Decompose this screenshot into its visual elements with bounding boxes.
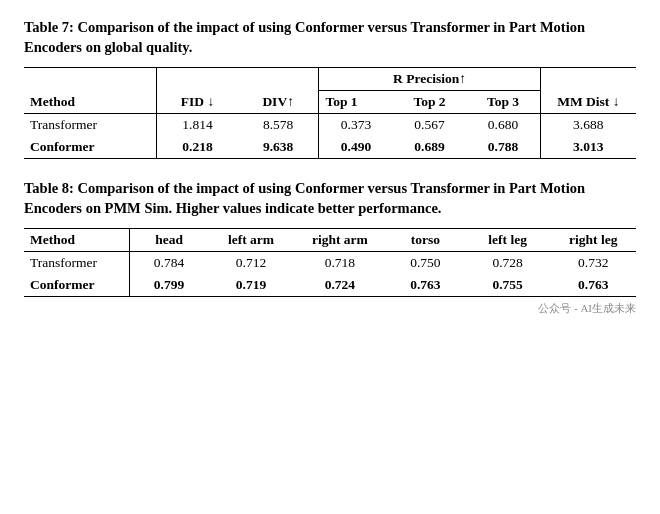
cell-right-leg: 0.763 [550,274,636,297]
cell-method: Conformer [24,136,157,159]
col-left-arm: left arm [208,229,294,252]
cell-top1: 0.490 [319,136,393,159]
table7-title: Table 7: Comparison of the impact of usi… [24,18,636,57]
col-top3: Top 3 [466,91,540,114]
cell-left-arm: 0.712 [208,252,294,275]
cell-torso: 0.750 [386,252,465,275]
table-row: Transformer 1.814 8.578 0.373 0.567 0.68… [24,114,636,137]
col-right-leg: right leg [550,229,636,252]
cell-top1: 0.373 [319,114,393,137]
cell-top2: 0.567 [393,114,467,137]
cell-mmdist: 3.688 [540,114,636,137]
cell-top3: 0.680 [466,114,540,137]
col-fid: FID ↓ [157,68,238,114]
watermark: 公众号 - AI生成未来 [24,301,636,316]
table8: Method head left arm right arm torso lef… [24,228,636,297]
col-left-leg: left leg [465,229,551,252]
table7: Method FID ↓ DIV↑ R Precision↑ MM Dist ↓… [24,67,636,159]
cell-head: 0.784 [129,252,208,275]
cell-right-arm: 0.724 [294,274,386,297]
cell-fid: 1.814 [157,114,238,137]
cell-top2: 0.689 [393,136,467,159]
cell-div: 8.578 [238,114,319,137]
cell-fid: 0.218 [157,136,238,159]
cell-left-arm: 0.719 [208,274,294,297]
cell-head: 0.799 [129,274,208,297]
col-right-arm: right arm [294,229,386,252]
cell-div: 9.638 [238,136,319,159]
table8-section: Table 8: Comparison of the impact of usi… [24,179,636,316]
col-top1: Top 1 [319,91,393,114]
col-method: Method [24,229,129,252]
table-row: Conformer 0.218 9.638 0.490 0.689 0.788 … [24,136,636,159]
cell-method: Transformer [24,252,129,275]
table-row: Conformer 0.799 0.719 0.724 0.763 0.755 … [24,274,636,297]
col-r-precision: R Precision↑ [319,68,540,91]
cell-torso: 0.763 [386,274,465,297]
cell-left-leg: 0.728 [465,252,551,275]
cell-left-leg: 0.755 [465,274,551,297]
cell-method: Transformer [24,114,157,137]
cell-method: Conformer [24,274,129,297]
col-mm-dist: MM Dist ↓ [540,68,636,114]
col-div: DIV↑ [238,68,319,114]
cell-right-arm: 0.718 [294,252,386,275]
cell-mmdist: 3.013 [540,136,636,159]
cell-top3: 0.788 [466,136,540,159]
cell-right-leg: 0.732 [550,252,636,275]
col-top2: Top 2 [393,91,467,114]
col-method: Method [24,68,157,114]
table8-title: Table 8: Comparison of the impact of usi… [24,179,636,218]
col-head: head [129,229,208,252]
table-row: Transformer 0.784 0.712 0.718 0.750 0.72… [24,252,636,275]
col-torso: torso [386,229,465,252]
table7-section: Table 7: Comparison of the impact of usi… [24,18,636,159]
